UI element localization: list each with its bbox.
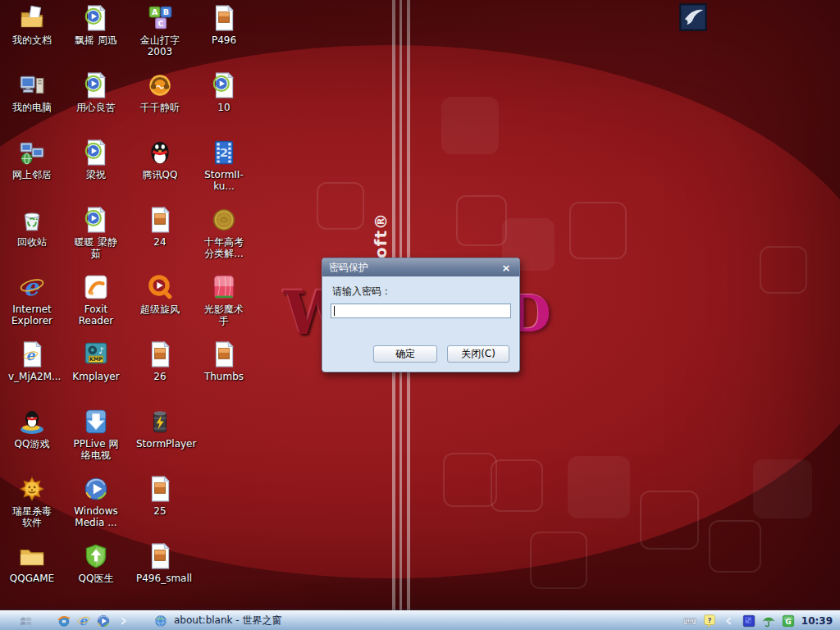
start-button[interactable] — [16, 614, 36, 628]
desktop-icon-label: 十年高考 分类解... — [200, 236, 248, 260]
desktop-icon[interactable]: 我的文档 — [0, 4, 64, 46]
wallpaper-square — [456, 195, 507, 246]
quick-launch-bar — [54, 614, 133, 628]
desktop-icon[interactable]: StormPlayer — [128, 408, 192, 450]
text-caret — [334, 306, 335, 316]
password-input[interactable] — [331, 304, 510, 317]
media-player-icon[interactable] — [96, 614, 111, 628]
desktop-icon[interactable]: P496_small — [128, 542, 192, 584]
taskbar-task-button[interactable]: about:blank - 世界之窗 — [151, 614, 281, 628]
desktop-icon[interactable]: 网上邻居 — [0, 139, 64, 180]
desktop-icon[interactable]: QQGAME — [0, 542, 64, 584]
desktop-icon[interactable]: 飘摇 周迅 — [64, 4, 128, 46]
desktop-icon[interactable]: 光影魔术手 — [192, 273, 256, 327]
desktop-icon[interactable]: P496 — [192, 4, 256, 46]
desktop-icon[interactable]: 暖暖 梁静茹 — [64, 206, 128, 260]
close-icon[interactable]: × — [500, 262, 513, 274]
close-button[interactable]: 关闭(C) — [447, 345, 509, 363]
storm-battery-icon — [146, 408, 174, 436]
desktop-icon-label: 26 — [153, 371, 166, 382]
my-computer-icon — [18, 71, 46, 99]
image-file-icon — [210, 340, 238, 368]
globe-icon — [153, 614, 168, 628]
desktop-icon[interactable]: 我的电脑 — [0, 71, 64, 113]
desktop-icon-label: 我的文档 — [12, 34, 52, 46]
taskbar-clock[interactable]: 10:39 — [801, 615, 833, 627]
desktop-icon-label: 瑞星杀毒软件 — [8, 505, 56, 529]
system-tray: 10:39 — [680, 614, 840, 628]
desktop-icon[interactable]: 十年高考 分类解... — [192, 206, 256, 260]
desktop-icon-label: 我的电脑 — [12, 102, 52, 113]
qq-icon — [146, 139, 174, 167]
desktop-icon-label: StormII-ku... — [200, 169, 248, 193]
xuanfeng-icon — [146, 273, 174, 301]
desktop-icon-label: 回收站 — [17, 236, 47, 248]
desktop-icon[interactable]: Kmplayer — [64, 340, 128, 382]
internet-explorer-icon[interactable] — [76, 614, 91, 628]
desktop-icon[interactable]: 回收站 — [0, 206, 64, 248]
desktop-icon[interactable]: 24 — [128, 206, 192, 248]
desktop-icon-label: 金山打字 2003 — [136, 34, 184, 58]
wallpaper-square — [568, 456, 630, 518]
desktop-icon[interactable]: 用心良苦 — [64, 71, 128, 113]
desktop-icon[interactable]: v_MjA2M... — [0, 340, 64, 382]
password-input-wrap — [331, 304, 511, 318]
swallow-icon[interactable] — [678, 2, 708, 32]
desktop-icon[interactable]: QQ游戏 — [0, 408, 64, 450]
rising-av-icon — [18, 475, 46, 503]
task-button-label: about:blank - 世界之窗 — [174, 614, 281, 628]
dialog-title: 密码保护 — [329, 261, 500, 275]
desktop-icon[interactable]: 千千静听 — [128, 71, 192, 113]
desktop-icon-label: QQ游戏 — [15, 438, 50, 450]
desktop-icon[interactable]: 瑞星杀毒软件 — [0, 475, 64, 529]
desktop-icon-label: PPLive 网络电视 — [72, 438, 120, 462]
desktop-icon[interactable]: Windows Media ... — [64, 475, 128, 529]
desktop-icon[interactable]: StormII-ku... — [192, 139, 256, 193]
desktop-icon[interactable]: PPLive 网络电视 — [64, 408, 128, 462]
rising-umbrella-icon[interactable] — [761, 614, 776, 628]
wallpaper-square — [317, 182, 364, 230]
more-chevron-icon[interactable] — [116, 614, 130, 628]
dialog-titlebar[interactable]: 密码保护 × — [322, 258, 519, 276]
keyboard-icon[interactable] — [682, 614, 697, 628]
desktop[interactable]: Microsoft® W D 我的文档飘摇 周迅金山打字 2003P496我的电… — [0, 0, 840, 630]
image-file-icon — [146, 340, 174, 368]
image-file-icon — [210, 4, 238, 32]
desktop-icon-label: Thumbs — [204, 371, 244, 382]
collapse-chevron-icon[interactable] — [722, 614, 737, 628]
display-icon[interactable] — [742, 614, 756, 628]
wallpaper-square — [709, 520, 761, 573]
desktop-icon-label: 网上邻居 — [12, 169, 52, 180]
password-prompt-label: 请输入密码： — [332, 285, 391, 299]
desktop-icon-label: 飘摇 周迅 — [75, 34, 117, 46]
help-icon[interactable] — [702, 614, 717, 628]
desktop-icon-label: P496 — [212, 34, 236, 46]
desktop-icon[interactable]: 梁祝 — [64, 139, 128, 180]
desktop-icon[interactable]: Thumbs — [192, 340, 256, 382]
wmp-icon — [82, 475, 110, 503]
ok-button[interactable]: 确定 — [373, 345, 437, 363]
desktop-icon-label: 暖暖 梁静茹 — [72, 236, 120, 260]
desktop-icon[interactable]: QQ医生 — [64, 542, 128, 584]
desktop-icon[interactable]: 超级旋风 — [128, 273, 192, 315]
wallpaper-square — [640, 491, 699, 550]
desktop-icon[interactable]: Foxit Reader — [64, 273, 128, 327]
network-places-icon — [18, 139, 46, 167]
desktop-icon[interactable]: 腾讯QQ — [128, 139, 192, 180]
storm-media-icon — [210, 139, 238, 167]
start-flag-icon — [19, 614, 34, 628]
taskbar: about:blank - 世界之窗 10:39 — [0, 610, 840, 630]
desktop-icon[interactable]: Internet Explorer — [0, 273, 64, 327]
world-browser-icon[interactable] — [57, 614, 71, 628]
desktop-icon[interactable]: 10 — [192, 71, 256, 113]
ttplayer-icon — [146, 71, 174, 99]
wallpaper-square — [491, 459, 543, 512]
desktop-icon[interactable]: 金山打字 2003 — [128, 4, 192, 58]
desktop-icon[interactable]: 26 — [128, 340, 192, 382]
desktop-icon-label: 用心良苦 — [76, 102, 116, 113]
foxit-icon — [82, 273, 110, 301]
g-browser-icon[interactable] — [781, 614, 796, 628]
wallpaper-square — [443, 453, 497, 507]
desktop-icon[interactable]: 25 — [128, 475, 192, 517]
ie-icon — [18, 273, 46, 301]
